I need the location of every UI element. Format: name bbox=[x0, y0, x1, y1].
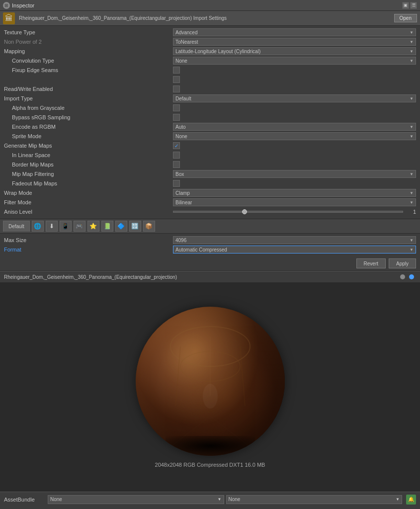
maxsize-label: Max Size bbox=[4, 237, 173, 243]
genmip-check: ✓ bbox=[174, 143, 178, 149]
bypass-label: Bypass sRGB Sampling bbox=[4, 114, 173, 120]
wrap-label: Wrap Mode bbox=[4, 190, 173, 196]
texture-type-row: Texture Type Advanced ▼ bbox=[4, 28, 416, 37]
linear-row: In Linear Space bbox=[4, 151, 416, 160]
apply-button[interactable]: Apply bbox=[389, 258, 416, 268]
inspector-content: Texture Type Advanced ▼ Non Power of 2 T… bbox=[0, 26, 420, 219]
genmip-checkbox[interactable]: ✓ bbox=[173, 142, 180, 149]
preview-area: 2048x2048 RGB Compressed DXT1 16.0 MB bbox=[0, 283, 420, 492]
sphere-preview bbox=[136, 307, 285, 456]
readwrite-label: Read/Write Enabled bbox=[4, 86, 173, 92]
format-label: Format bbox=[4, 247, 173, 253]
border-checkbox[interactable] bbox=[173, 161, 180, 168]
maxsize-row: Max Size 4096 ▼ bbox=[4, 236, 416, 245]
texture-type-label: Texture Type bbox=[4, 29, 173, 35]
texture-type-dropdown[interactable]: Advanced ▼ bbox=[173, 28, 416, 36]
asset-bundle-bar: AssetBundle None ▼ None ▼ 🔔 bbox=[0, 492, 420, 507]
mipfilter-value: Box ▼ bbox=[173, 170, 416, 178]
encode-row: Encode as RGBM Auto ▼ bbox=[4, 122, 416, 131]
minimize-button[interactable]: ▣ bbox=[402, 2, 409, 9]
tab-box-icon[interactable]: 📦 bbox=[143, 221, 155, 232]
convolution-value: None ▼ bbox=[173, 57, 416, 65]
menu-button[interactable]: ☰ bbox=[410, 2, 417, 9]
dropdown-chevron1: ▼ bbox=[218, 497, 222, 502]
tab-gamepad-icon[interactable]: 🎮 bbox=[74, 221, 85, 232]
dropdown-arrow10: ▼ bbox=[410, 200, 414, 205]
border-value bbox=[173, 161, 416, 168]
readwrite-checkbox[interactable] bbox=[173, 85, 180, 92]
svg-point-1 bbox=[409, 274, 414, 279]
linear-value bbox=[173, 152, 416, 159]
alpha-value bbox=[173, 104, 416, 111]
format-arrow: ▼ bbox=[410, 248, 414, 252]
filter-dropdown[interactable]: Bilinear ▼ bbox=[173, 198, 416, 206]
aniso-slider-track[interactable] bbox=[173, 211, 403, 213]
asset-bundle-container: AssetBundle None ▼ None ▼ 🔔 bbox=[0, 492, 420, 507]
linear-label: In Linear Space bbox=[4, 152, 173, 158]
wrap-row: Wrap Mode Clamp ▼ bbox=[4, 188, 416, 197]
platform-area: Default 🌐 ⬇ 📱 🎮 ⭐ 📗 🔷 🔡 📦 bbox=[0, 219, 420, 234]
tab-web-icon[interactable]: 🌐 bbox=[32, 221, 44, 232]
tab-mobile-icon[interactable]: 📱 bbox=[60, 221, 72, 232]
open-button[interactable]: Open bbox=[394, 14, 417, 22]
import-type-dropdown[interactable]: Default ▼ bbox=[173, 94, 416, 102]
filter-row: Filter Mode Bilinear ▼ bbox=[4, 198, 416, 207]
tab-star-icon[interactable]: ⭐ bbox=[87, 221, 99, 232]
asset-bundle-icon[interactable]: 🔔 bbox=[406, 495, 416, 505]
tab-book-icon[interactable]: 📗 bbox=[101, 221, 113, 232]
tab-download-icon[interactable]: ⬇ bbox=[46, 221, 58, 232]
maxsize-dropdown[interactable]: 4096 ▼ bbox=[173, 236, 416, 244]
alpha-checkbox[interactable] bbox=[173, 104, 180, 111]
maxsize-value: 4096 ▼ bbox=[173, 236, 416, 244]
fadeout-label: Fadeout Mip Maps bbox=[4, 180, 173, 186]
convolution-label: Convolution Type bbox=[4, 58, 173, 64]
svg-line-4 bbox=[175, 346, 180, 406]
title-bar-controls: ▣ ☰ bbox=[402, 2, 417, 9]
tab-diamond-icon[interactable]: 🔷 bbox=[115, 221, 127, 232]
wrap-dropdown[interactable]: Clamp ▼ bbox=[173, 189, 416, 197]
mipfilter-dropdown[interactable]: Box ▼ bbox=[173, 170, 416, 178]
size-format-area: Max Size 4096 ▼ Format Automatic Compres… bbox=[0, 234, 420, 256]
asset-bundle-label: AssetBundle bbox=[4, 497, 44, 503]
buttons-row: Revert Apply bbox=[0, 256, 420, 271]
mapping-label: Mapping bbox=[4, 48, 173, 54]
tab-text-icon[interactable]: 🔡 bbox=[129, 221, 141, 232]
extra-value bbox=[173, 76, 416, 83]
fixup-checkbox[interactable] bbox=[173, 67, 180, 74]
non-power-dropdown[interactable]: ToNearest ▼ bbox=[173, 38, 416, 46]
asset-bundle-dropdown1[interactable]: None ▼ bbox=[48, 495, 224, 504]
extra-checkbox[interactable] bbox=[173, 76, 180, 83]
non-power-label: Non Power of 2 bbox=[4, 39, 173, 45]
import-type-value: Default ▼ bbox=[173, 94, 416, 102]
dropdown-arrow9: ▼ bbox=[410, 191, 414, 195]
mapping-row: Mapping Latitude-Longitude Layout (Cylin… bbox=[4, 47, 416, 56]
sprite-dropdown[interactable]: None ▼ bbox=[173, 132, 416, 140]
bypass-value bbox=[173, 114, 416, 121]
svg-point-0 bbox=[400, 274, 405, 279]
mapping-dropdown[interactable]: Latitude-Longitude Layout (Cylindrical) … bbox=[173, 47, 416, 55]
preview-toggle-left[interactable] bbox=[398, 272, 407, 281]
fixup-value bbox=[173, 67, 416, 74]
alpha-label: Alpha from Grayscale bbox=[4, 105, 173, 111]
aniso-row: Aniso Level 1 bbox=[4, 207, 416, 216]
svg-point-9 bbox=[203, 384, 218, 409]
preview-toggle-right[interactable] bbox=[407, 272, 416, 281]
format-dropdown[interactable]: Automatic Compressed ▼ bbox=[173, 246, 416, 254]
filter-label: Filter Mode bbox=[4, 199, 173, 205]
revert-button[interactable]: Revert bbox=[356, 258, 386, 268]
linear-checkbox[interactable] bbox=[173, 152, 180, 159]
dropdown-chevron2: ▼ bbox=[396, 497, 400, 502]
convolution-dropdown[interactable]: None ▼ bbox=[173, 57, 416, 65]
encode-dropdown[interactable]: Auto ▼ bbox=[173, 123, 416, 131]
aniso-slider-thumb[interactable] bbox=[242, 209, 247, 214]
border-label: Border Mip Maps bbox=[4, 162, 173, 168]
dropdown-arrow2: ▼ bbox=[410, 40, 414, 44]
fadeout-checkbox[interactable] bbox=[173, 180, 180, 187]
format-value: Automatic Compressed ▼ bbox=[173, 246, 416, 254]
bypass-checkbox[interactable] bbox=[173, 114, 180, 121]
asset-bundle-dropdown2[interactable]: None ▼ bbox=[226, 495, 403, 504]
tab-default[interactable]: Default bbox=[3, 221, 30, 232]
readwrite-row: Read/Write Enabled bbox=[4, 85, 416, 93]
genmip-row: Generate Mip Maps ✓ bbox=[4, 141, 416, 150]
dropdown-arrow6: ▼ bbox=[410, 125, 414, 129]
